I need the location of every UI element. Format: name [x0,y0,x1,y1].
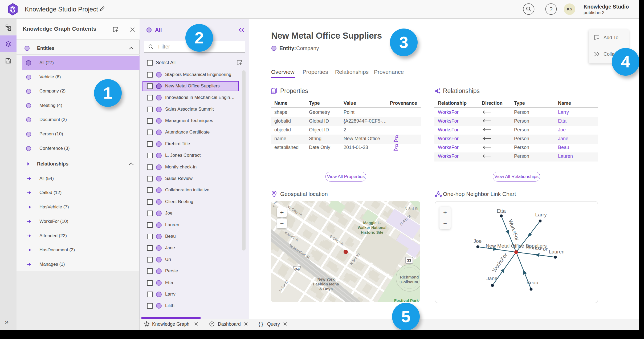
svg-text:Larry: Larry [535,212,547,217]
svg-text:Etta: Etta [497,208,506,214]
svg-text:Joe: Joe [474,238,482,244]
svg-text:Lauren: Lauren [549,249,564,255]
svg-text:Beau: Beau [527,280,538,285]
svg-text:Jane: Jane [486,276,497,281]
svg-text:?: ? [549,6,552,12]
svg-text:33: 33 [407,258,411,263]
svg-text:N 3rd St: N 3rd St [405,207,418,211]
svg-text:250: 250 [294,267,299,271]
svg-text:Festival Park: Festival Park [394,298,419,302]
